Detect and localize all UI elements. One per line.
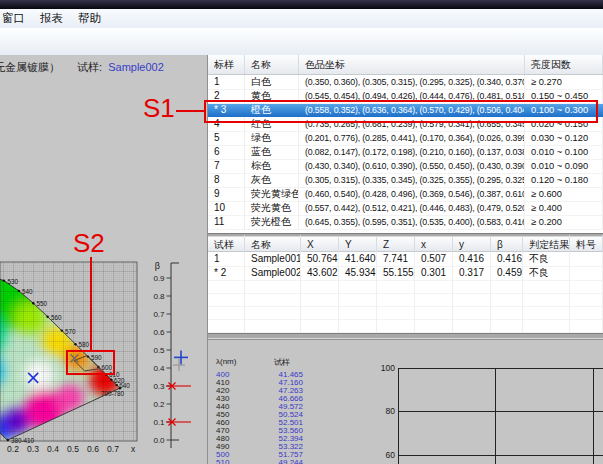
col-standard[interactable]: 标样 — [208, 55, 245, 74]
lambda-header: λ(nm) — [216, 357, 236, 366]
empty-row — [208, 306, 603, 319]
menu-bar: 窗口 报表 帮助 — [0, 9, 603, 28]
spectral-row: 51049.244 — [216, 459, 306, 464]
spectral-panel: λ(nm) 试样 40041.465 41047.160 42047.263 4… — [208, 339, 603, 464]
svg-text:540: 540 — [22, 288, 33, 295]
standard-row[interactable]: 10荧光黄色 (0.557, 0.442), (0.512, 0.421), (… — [208, 201, 603, 215]
menu-report[interactable]: 报表 — [40, 11, 63, 26]
beta-range-upper-marker — [166, 383, 191, 390]
annotation-s1-label: S1 — [143, 95, 175, 121]
current-sample-name: Sample002 — [108, 61, 164, 73]
samples-table-header: 试样 名称 X Y Z x y β 判定结果 料号 — [208, 237, 603, 252]
svg-text:0.8: 0.8 — [153, 292, 165, 301]
standard-row[interactable]: 5绿色 (0.201, 0.776), (0.285, 0.441), (0.1… — [208, 131, 603, 145]
empty-row — [208, 280, 603, 293]
col-y[interactable]: y — [453, 236, 491, 252]
title-bar — [0, 0, 603, 9]
col-name[interactable]: 名称 — [245, 55, 299, 74]
beta-axis-ticks: 0.9 0.8 0.7 0.6 0.5 0.4 0.3 0.2 0.1 0.0 — [153, 274, 165, 445]
menu-help[interactable]: 帮助 — [78, 11, 101, 26]
standard-row[interactable]: 7棕色 (0.430, 0.340), (0.610, 0.390), (0.5… — [208, 159, 603, 173]
x-axis-labels: 0.2 0.3 0.4 0.5 0.6 0.7 x — [7, 444, 136, 454]
svg-text:0.6: 0.6 — [87, 444, 99, 454]
svg-text:0.7: 0.7 — [107, 444, 119, 454]
svg-text:550: 550 — [37, 300, 48, 307]
beta-axis-label: β — [155, 261, 160, 271]
samples-table: 试样 名称 X Y Z x y β 判定结果 料号 1Sample001 50.… — [208, 237, 603, 333]
svg-text:0.2: 0.2 — [153, 400, 165, 409]
col-Z[interactable]: Z — [377, 236, 415, 252]
standard-row[interactable]: 9荧光黄绿色 (0.460, 0.540), (0.428, 0.496), (… — [208, 187, 603, 201]
svg-text:0.3: 0.3 — [27, 444, 39, 454]
chart-ytick-80: 80 — [368, 406, 395, 416]
col-factor[interactable]: 亮度因数 — [525, 55, 603, 74]
annotation-s1-rect — [204, 100, 598, 123]
svg-text:0.9: 0.9 — [153, 274, 165, 283]
chart-ytick-60: 60 — [368, 450, 395, 460]
annotation-s1-line — [176, 110, 204, 112]
standards-table: 标样 名称 色品坐标 亮度因数 1白色 (0.350, 0.360), (0.3… — [208, 55, 603, 229]
standard-row[interactable]: 8灰色 (0.305, 0.315), (0.335, 0.345), (0.3… — [208, 173, 603, 187]
col-x[interactable]: x — [415, 236, 453, 252]
svg-text:0.4: 0.4 — [153, 364, 165, 373]
svg-text:0.2: 0.2 — [7, 444, 19, 454]
spectral-sample-header: 试样 — [274, 357, 290, 368]
standard-row[interactable]: 6蓝色 (0.082, 0.147), (0.172, 0.198), (0.2… — [208, 145, 603, 159]
standard-row[interactable]: 11荧光橙色 (0.645, 0.355), (0.595, 0.351), (… — [208, 215, 603, 229]
svg-text:0.7: 0.7 — [153, 310, 165, 319]
spectral-chart — [398, 368, 603, 464]
chromaticity-panel: 无金属镀膜） 试样: Sample002 — [0, 55, 207, 464]
coating-note: 无金属镀膜） — [0, 61, 60, 73]
svg-text:640: 640 — [119, 382, 130, 389]
empty-row — [208, 320, 603, 333]
svg-text:380-410: 380-410 — [11, 437, 35, 444]
svg-text:560: 560 — [51, 314, 62, 321]
sample-row[interactable]: * 2Sample002 43.60245.934 55.1550.301 0.… — [208, 266, 603, 280]
standards-table-header: 标样 名称 色品坐标 亮度因数 — [208, 55, 603, 75]
app-window: 窗口 报表 帮助 — [0, 0, 603, 464]
svg-text:0.5: 0.5 — [67, 444, 79, 454]
sample1-beta-marker — [173, 359, 185, 371]
svg-text:530: 530 — [8, 278, 19, 285]
sample2-beta-marker — [174, 350, 188, 364]
col-X[interactable]: X — [301, 236, 339, 252]
spectral-table: 40041.465 41047.160 42047.263 43046.666 … — [216, 371, 306, 464]
chart-ytick-100: 100 — [368, 363, 395, 373]
col-beta[interactable]: β — [491, 236, 523, 252]
svg-text:0.4: 0.4 — [47, 444, 59, 454]
svg-text:x: x — [131, 444, 136, 454]
panel-header: 无金属镀膜） 试样: Sample002 — [0, 60, 164, 75]
svg-text:0.5: 0.5 — [153, 346, 165, 355]
svg-text:0.6: 0.6 — [153, 328, 165, 337]
sample-row[interactable]: 1Sample001 50.76441.640 7.7410.507 0.416… — [208, 252, 603, 266]
annotation-s2-rect — [66, 350, 115, 375]
menu-window[interactable]: 窗口 — [2, 11, 25, 26]
beta-axis: β 0.9 0.8 0.7 0.6 0.5 0.4 0.3 0.2 0.1 0.… — [153, 261, 191, 448]
standard-row[interactable]: 1白色 (0.350, 0.360), (0.305, 0.315), (0.2… — [208, 75, 603, 89]
svg-text:570: 570 — [65, 328, 76, 335]
col-coords[interactable]: 色品坐标 — [299, 55, 525, 74]
svg-text:580: 580 — [79, 341, 90, 348]
svg-text:700-780: 700-780 — [101, 390, 125, 397]
sample-label: 试样: — [77, 61, 102, 73]
col-Y[interactable]: Y — [339, 236, 377, 252]
toolbar: ? SCGT — [0, 28, 603, 56]
svg-text:0.3: 0.3 — [153, 382, 165, 391]
empty-row — [208, 293, 603, 306]
beta-range-lower-marker — [166, 419, 191, 426]
svg-text:0.1: 0.1 — [153, 418, 165, 427]
annotation-s2-label: S2 — [73, 230, 105, 256]
annotation-s2-line — [90, 257, 92, 350]
svg-text:0.0: 0.0 — [153, 436, 165, 445]
